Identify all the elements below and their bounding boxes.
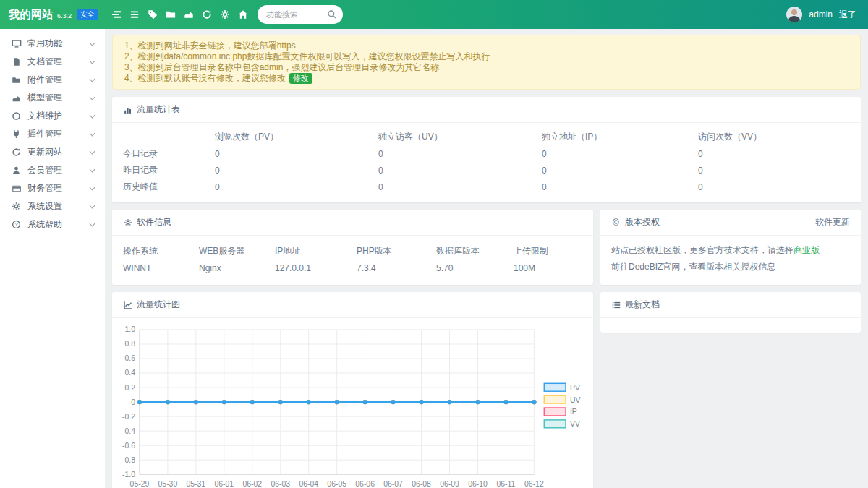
- home-icon[interactable]: [234, 5, 252, 24]
- desktop-icon: [11, 39, 22, 49]
- sidebar-item-label: 附件管理: [27, 74, 89, 86]
- svg-text:UV: UV: [570, 396, 581, 404]
- sidebar-item-common-functions[interactable]: 常用功能: [0, 35, 105, 53]
- chevron-down-icon: [89, 132, 95, 137]
- sidebar-item-label: 更新网站: [27, 146, 89, 158]
- circle-icon: [11, 111, 22, 121]
- credit-card-icon: [11, 184, 22, 194]
- sidebar-item-system-settings[interactable]: 系统设置: [0, 197, 105, 215]
- row-label: 历史峰值: [123, 179, 215, 195]
- search-icon[interactable]: [327, 9, 337, 22]
- panel-title: 版本授权: [625, 216, 660, 228]
- panel-title: 流量统计图: [137, 299, 180, 311]
- chevron-down-icon: [89, 60, 95, 64]
- svg-text:-0.6: -0.6: [122, 442, 135, 450]
- sidebar-item-label: 模型管理: [27, 92, 89, 104]
- avatar[interactable]: [786, 7, 802, 22]
- sidebar-item-label: 系统帮助: [27, 218, 89, 231]
- logout-link[interactable]: 退了: [839, 9, 856, 21]
- sidebar-item-finance-management[interactable]: 财务管理: [0, 179, 105, 197]
- tag-icon[interactable]: [143, 5, 161, 24]
- sidebar-item-label: 插件管理: [27, 128, 89, 140]
- sidebar-item-system-help[interactable]: ? 系统帮助: [0, 215, 105, 234]
- sidebar-item-document-management[interactable]: 文档管理: [0, 53, 105, 71]
- svg-text:06-12: 06-12: [524, 480, 544, 488]
- license-line-text: 站点已授权社区版，更多官方技术支持，请选择: [611, 245, 793, 255]
- latest-docs-body: [600, 318, 861, 333]
- chevron-down-icon: [89, 187, 95, 191]
- cell-value: 0: [542, 145, 698, 162]
- svg-text:06-11: 06-11: [497, 480, 516, 488]
- software-info-panel: 软件信息 操作系统 WEB服务器 IP地址 PHP版本 数据库版本 上传限制 W…: [112, 210, 593, 285]
- sidebar-item-plugin-management[interactable]: 插件管理: [0, 125, 105, 143]
- svg-text:0.2: 0.2: [125, 384, 136, 392]
- stream-icon[interactable]: [107, 5, 125, 24]
- sidebar-item-attachment-management[interactable]: 附件管理: [0, 71, 105, 89]
- svg-text:VV: VV: [570, 420, 580, 428]
- chart-area-icon[interactable]: [179, 5, 197, 24]
- bar-chart-icon: [123, 105, 132, 114]
- business-edition-link[interactable]: 商业版: [793, 245, 820, 255]
- svg-text:PV: PV: [570, 384, 580, 392]
- license-header: © 版本授权 软件更新: [600, 210, 861, 236]
- svg-text:1.0: 1.0: [125, 325, 136, 333]
- top-bar: 我的网站 6.3.2 安全: [0, 0, 868, 29]
- svg-text:0.4: 0.4: [125, 369, 136, 377]
- chevron-down-icon: [89, 42, 95, 46]
- traffic-stats-panel: 流量统计表 浏览次数（PV） 独立访客（UV） 独立地址（IP） 访问次数（VV…: [112, 97, 861, 202]
- svg-text:06-03: 06-03: [271, 480, 290, 488]
- svg-text:-0.2: -0.2: [122, 413, 135, 421]
- traffic-chart-panel: 流量统计图 1.00.80.60.40.20-0.2-0.4-0.6-0.8-1…: [112, 292, 593, 488]
- refresh-icon[interactable]: [197, 5, 216, 24]
- sidebar: 常用功能 文档管理 附件管理 模型管理 文档维护 插件管理 更新网站 会员管理: [0, 29, 105, 488]
- traffic-chart-body: 1.00.80.60.40.20-0.2-0.4-0.6-0.8-1.005-2…: [112, 318, 593, 488]
- col-header-ip: 独立地址（IP）: [542, 129, 698, 145]
- info-value: Nginx: [199, 260, 275, 276]
- settings-icon[interactable]: [216, 5, 234, 24]
- sidebar-item-member-management[interactable]: 会员管理: [0, 161, 105, 179]
- svg-text:IP: IP: [570, 408, 577, 416]
- svg-text:06-02: 06-02: [242, 480, 262, 488]
- traffic-chart-header: 流量统计图: [112, 292, 593, 318]
- chevron-down-icon: [89, 205, 95, 209]
- svg-text:-0.4: -0.4: [122, 427, 135, 435]
- sidebar-item-label: 常用功能: [27, 38, 89, 50]
- info-label: PHP版本: [357, 243, 436, 260]
- user-name[interactable]: admin: [809, 9, 833, 20]
- traffic-chart-svg: 1.00.80.60.40.20-0.2-0.4-0.6-0.8-1.005-2…: [118, 322, 584, 488]
- svg-text:06-05: 06-05: [327, 480, 346, 488]
- svg-text:0: 0: [131, 398, 135, 406]
- sidebar-item-document-maintenance[interactable]: 文档维护: [0, 107, 105, 125]
- user-area: admin 退了: [786, 7, 868, 22]
- info-label: 上传限制: [514, 243, 593, 260]
- svg-text:05-29: 05-29: [130, 480, 150, 488]
- svg-text:06-07: 06-07: [383, 480, 403, 488]
- svg-text:06-04: 06-04: [299, 480, 318, 488]
- cell-value: 0: [542, 162, 698, 179]
- safe-badge[interactable]: 安全: [77, 9, 98, 20]
- cell-value: 0: [215, 145, 378, 162]
- chevron-down-icon: [89, 96, 95, 100]
- gear-icon: [11, 202, 22, 212]
- info-label: 数据库版本: [436, 243, 514, 260]
- svg-text:-0.8: -0.8: [122, 456, 135, 464]
- fix-button[interactable]: 修改: [289, 73, 312, 84]
- latest-docs-panel: 最新文档: [600, 292, 861, 333]
- info-value: WINNT: [123, 260, 199, 276]
- chevron-down-icon: [89, 168, 95, 173]
- cell-value: 0: [378, 179, 542, 195]
- sidebar-item-model-management[interactable]: 模型管理: [0, 89, 105, 107]
- panel-title: 流量统计表: [137, 103, 180, 116]
- menu-icon[interactable]: [125, 5, 143, 24]
- chevron-down-icon: [89, 150, 95, 155]
- sidebar-item-label: 文档管理: [27, 56, 89, 68]
- folder-icon[interactable]: [161, 5, 179, 24]
- copyright-icon: ©: [611, 218, 621, 227]
- sidebar-item-update-site[interactable]: 更新网站: [0, 143, 105, 161]
- col-header-uv: 独立访客（UV）: [378, 129, 542, 145]
- row-label: 昨日记录: [123, 162, 215, 179]
- sidebar-item-label: 系统设置: [27, 200, 89, 213]
- alert-line: 1、检测到网址非安全链接，建议您部署https: [124, 40, 848, 51]
- software-update-link[interactable]: 软件更新: [815, 216, 850, 228]
- chevron-down-icon: [89, 78, 95, 82]
